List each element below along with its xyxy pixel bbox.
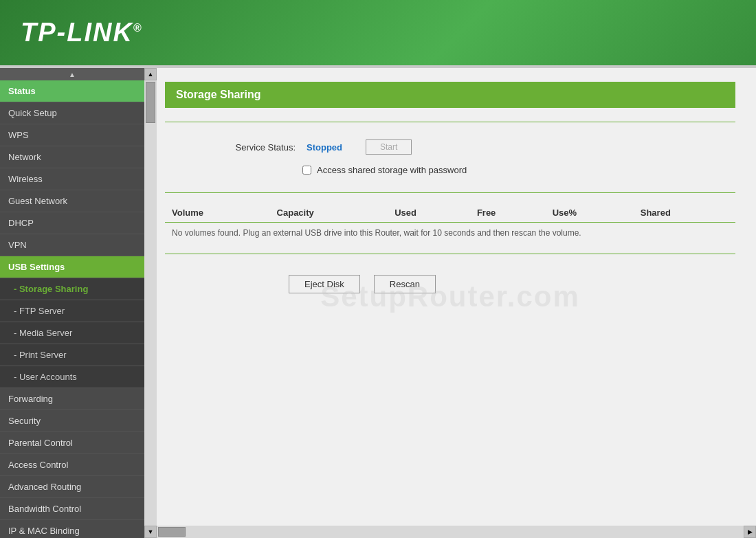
- sidebar-item-print-server[interactable]: - Print Server: [0, 344, 144, 366]
- sidebar-item-usb-settings[interactable]: USB Settings: [0, 256, 144, 278]
- main-layout: ▲ Status Quick Setup WPS Network Wireles…: [0, 68, 756, 538]
- sidebar-item-wireless[interactable]: Wireless: [0, 168, 144, 190]
- content-area: SetupRouter.com Storage Sharing Service …: [144, 68, 756, 538]
- col-use-pct: Use%: [546, 203, 634, 223]
- password-checkbox-row: Access shared storage with password: [165, 161, 735, 182]
- sidebar-item-user-accounts[interactable]: - User Accounts: [0, 366, 144, 388]
- password-checkbox-label: Access shared storage with password: [317, 165, 467, 175]
- no-volumes-message: No volumes found. Plug an external USB d…: [165, 223, 735, 244]
- col-free: Free: [470, 203, 546, 223]
- service-status-value: Stopped: [307, 142, 355, 153]
- sidebar-item-advanced-routing[interactable]: Advanced Routing: [0, 476, 144, 498]
- sidebar-item-ip-mac-binding[interactable]: IP & MAC Binding: [0, 520, 144, 538]
- sidebar-item-network[interactable]: Network: [0, 146, 144, 168]
- action-buttons: Eject Disk Rescan: [165, 265, 735, 300]
- sidebar-item-parental-control[interactable]: Parental Control: [0, 432, 144, 454]
- vscroll-down-btn[interactable]: ▼: [144, 526, 157, 538]
- sidebar-item-media-server[interactable]: - Media Server: [0, 322, 144, 344]
- service-status-row: Service Status: Stopped Start: [165, 133, 735, 161]
- page-title: Storage Sharing: [165, 82, 735, 108]
- bottom-divider: [165, 254, 735, 254]
- hscroll-right-btn[interactable]: ▶: [744, 526, 756, 538]
- sidebar-item-security[interactable]: Security: [0, 410, 144, 432]
- sidebar-item-quick-setup[interactable]: Quick Setup: [0, 102, 144, 124]
- sidebar-item-guest-network[interactable]: Guest Network: [0, 190, 144, 212]
- sidebar-item-dhcp[interactable]: DHCP: [0, 212, 144, 234]
- hscroll-thumb[interactable]: [158, 527, 186, 537]
- sidebar-scroll-up[interactable]: ▲: [0, 68, 144, 80]
- sidebar-item-ftp-server[interactable]: - FTP Server: [0, 300, 144, 322]
- content-bottom-scrollbar: ◀ ▶: [144, 526, 756, 538]
- header: TP-LINK®: [0, 0, 756, 65]
- content-inner: SetupRouter.com Storage Sharing Service …: [144, 68, 756, 526]
- hscroll-track: [157, 526, 744, 538]
- password-checkbox[interactable]: [302, 166, 311, 175]
- service-status-label: Service Status:: [220, 142, 296, 153]
- sidebar-wrapper: ▲ Status Quick Setup WPS Network Wireles…: [0, 68, 144, 538]
- sidebar-item-wps[interactable]: WPS: [0, 124, 144, 146]
- eject-disk-button[interactable]: Eject Disk: [289, 275, 360, 293]
- no-volumes-row: No volumes found. Plug an external USB d…: [165, 223, 735, 244]
- volume-table: Volume Capacity Used Free Use% Shared No…: [165, 203, 735, 243]
- col-volume: Volume: [165, 203, 270, 223]
- sidebar: ▲ Status Quick Setup WPS Network Wireles…: [0, 68, 144, 538]
- col-shared: Shared: [634, 203, 735, 223]
- start-button[interactable]: Start: [366, 139, 412, 155]
- col-used: Used: [388, 203, 470, 223]
- sidebar-item-access-control[interactable]: Access Control: [0, 454, 144, 476]
- sidebar-item-forwarding[interactable]: Forwarding: [0, 388, 144, 410]
- sidebar-item-storage-sharing[interactable]: - Storage Sharing: [0, 278, 144, 300]
- logo: TP-LINK®: [21, 18, 143, 47]
- mid-divider: [165, 192, 735, 193]
- sidebar-item-status[interactable]: Status: [0, 80, 144, 102]
- top-divider: [165, 122, 735, 122]
- col-capacity: Capacity: [270, 203, 388, 223]
- sidebar-item-vpn[interactable]: VPN: [0, 234, 144, 256]
- sidebar-item-bandwidth-control[interactable]: Bandwidth Control: [0, 498, 144, 520]
- rescan-button[interactable]: Rescan: [374, 275, 436, 293]
